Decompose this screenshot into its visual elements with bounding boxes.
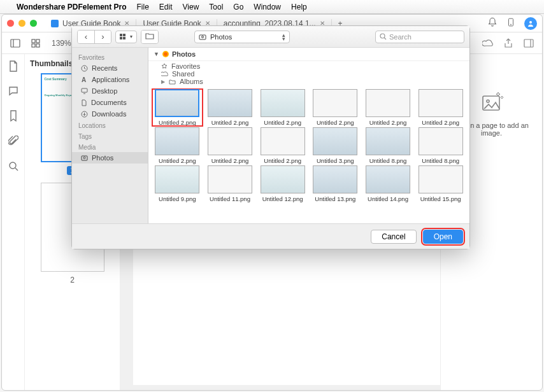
left-tool-rail	[2, 54, 25, 390]
bookmark-icon[interactable]	[9, 110, 18, 124]
svg-rect-9	[36, 44, 39, 47]
file-thumbnail	[366, 89, 410, 117]
search-field[interactable]: Search	[375, 31, 464, 43]
menu-go[interactable]: Go	[233, 3, 243, 11]
file-name: Untitled 3.png	[310, 157, 361, 164]
forward-button[interactable]: ›	[94, 31, 111, 43]
nav-buttons: ‹ ›	[77, 30, 111, 44]
file-thumbnail	[366, 165, 410, 193]
menu-file[interactable]: File	[137, 3, 149, 11]
minimize-window-icon[interactable]	[18, 20, 25, 27]
file-item[interactable]: Untitled 2.png	[205, 127, 255, 164]
section-tags: Tags	[72, 130, 148, 141]
traffic-lights	[7, 20, 37, 27]
zoom-level[interactable]: 139%	[52, 39, 71, 48]
zoom-window-icon[interactable]	[30, 20, 37, 27]
file-name: Untitled 11.png	[205, 195, 255, 202]
menu-window[interactable]: Window	[254, 3, 281, 11]
sidebar-recents[interactable]: Recents	[72, 62, 148, 74]
menu-help[interactable]: Help	[291, 3, 307, 11]
panel-toggle-icon[interactable]	[522, 36, 536, 50]
tree-favorites[interactable]: Favorites	[161, 62, 464, 70]
grid-icon[interactable]	[29, 36, 43, 50]
mobile-icon[interactable]	[506, 17, 515, 29]
file-thumbnail	[208, 165, 252, 193]
svg-rect-19	[123, 37, 125, 39]
file-item[interactable]: Untitled 2.png	[152, 127, 203, 164]
file-item[interactable]: Untitled 14.png	[363, 165, 413, 202]
attachment-icon[interactable]	[8, 136, 18, 150]
tree-shared[interactable]: Shared	[161, 70, 464, 78]
svg-rect-17	[123, 34, 125, 36]
file-item[interactable]: Untitled 2.png	[363, 89, 413, 126]
cloud-icon[interactable]	[481, 36, 495, 50]
file-item[interactable]: Untitled 2.png	[257, 127, 308, 164]
file-icon[interactable]	[8, 60, 18, 74]
file-name: Untitled 2.png	[415, 119, 466, 126]
file-item[interactable]: Untitled 9.png	[152, 165, 203, 202]
file-thumbnail	[366, 127, 410, 155]
sidebar-toggle-icon[interactable]	[8, 36, 22, 50]
file-item[interactable]: Untitled 2.png	[415, 89, 466, 126]
folder-button[interactable]	[141, 30, 159, 44]
disclosure-triangle-icon[interactable]: ▼	[154, 51, 159, 57]
user-avatar[interactable]	[524, 17, 537, 30]
file-thumbnail	[261, 89, 305, 117]
svg-line-13	[15, 168, 18, 171]
file-item[interactable]: Untitled 15.png	[415, 165, 466, 202]
file-item[interactable]: Untitled 2.png	[205, 89, 255, 126]
file-item[interactable]: Untitled 3.png	[310, 127, 361, 164]
location-select[interactable]: Photos ▴▾	[194, 31, 290, 43]
search-icon[interactable]	[8, 161, 18, 174]
file-item[interactable]: Untitled 2.png	[310, 89, 361, 126]
svg-point-3	[529, 21, 532, 24]
file-name: Untitled 2.png	[152, 119, 203, 126]
file-name: Untitled 2.png	[205, 157, 255, 164]
file-thumbnail	[261, 165, 305, 193]
cancel-button[interactable]: Cancel	[371, 230, 416, 244]
pdf-icon	[51, 20, 59, 27]
file-name: Untitled 2.png	[363, 119, 413, 126]
comment-icon[interactable]	[8, 86, 18, 99]
file-item[interactable]: Untitled 8.png	[415, 127, 466, 164]
file-item[interactable]: Untitled 13.png	[310, 165, 361, 202]
section-favorites: Favorites	[72, 52, 148, 62]
sidebar-desktop[interactable]: Desktop	[72, 85, 148, 97]
svg-rect-4	[11, 39, 20, 47]
svg-rect-7	[36, 39, 39, 43]
file-thumbnail	[313, 89, 357, 117]
app-name[interactable]: Wondershare PDFelement Pro	[17, 3, 127, 11]
svg-rect-10	[524, 39, 533, 47]
sidebar-documents[interactable]: Documents	[72, 97, 148, 108]
sidebar-applications[interactable]: AApplications	[72, 74, 148, 85]
path-label: Photos	[172, 50, 196, 58]
tree-albums[interactable]: ▶Albums	[161, 78, 464, 85]
path-bar[interactable]: ▼ Photos	[148, 48, 469, 61]
file-browser: ▼ Photos Favorites Shared ▶Albums Untitl…	[148, 48, 469, 223]
file-item[interactable]: Untitled 8.png	[363, 127, 413, 164]
svg-point-15	[487, 100, 489, 102]
back-button[interactable]: ‹	[78, 31, 94, 43]
file-item[interactable]: Untitled 12.png	[257, 165, 308, 202]
sidebar-photos[interactable]: Photos	[72, 152, 148, 164]
section-locations: Locations	[72, 120, 148, 130]
file-item[interactable]: Untitled 2.png	[152, 89, 203, 126]
file-thumbnail	[419, 127, 463, 155]
file-thumbnail	[419, 89, 463, 117]
path-tree: Favorites Shared ▶Albums	[148, 61, 469, 87]
share-icon[interactable]	[501, 36, 515, 50]
image-tool-icon	[479, 90, 505, 115]
open-button[interactable]: Open	[423, 230, 463, 244]
sidebar-downloads[interactable]: Downloads	[72, 108, 148, 120]
bell-icon[interactable]	[487, 17, 497, 29]
svg-point-12	[10, 162, 16, 169]
close-window-icon[interactable]	[7, 20, 14, 27]
file-thumbnail	[419, 165, 463, 193]
file-item[interactable]: Untitled 2.png	[257, 89, 308, 126]
menu-tool[interactable]: Tool	[209, 3, 223, 11]
view-mode-select[interactable]: ▾	[115, 31, 137, 43]
menu-view[interactable]: View	[183, 3, 199, 11]
file-name: Untitled 8.png	[415, 157, 466, 164]
menu-edit[interactable]: Edit	[159, 3, 173, 11]
file-item[interactable]: Untitled 11.png	[205, 165, 255, 202]
